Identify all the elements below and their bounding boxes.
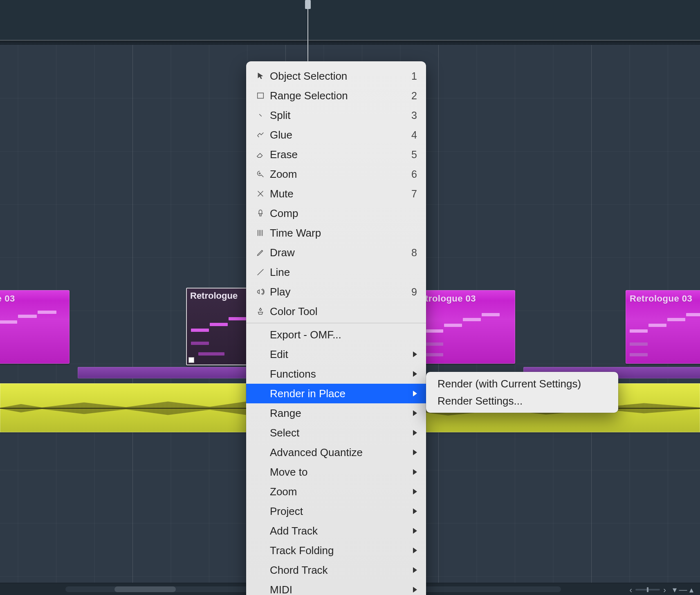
menu-track-folding[interactable]: Track Folding [246,541,426,560]
clip-title: Retrologue [190,291,238,301]
tool-range-selection[interactable]: Range Selection2 [246,86,426,105]
render-in-place-submenu[interactable]: Render (with Current Settings)Render Set… [426,372,618,413]
menu-item-label: Color Tool [267,305,417,318]
zoom-controls[interactable]: ‹ › ▾ — ▴ [630,585,693,595]
submenu-arrow-icon [413,450,417,455]
menu-item-label: Erase [267,148,411,161]
automation-clip[interactable] [78,367,270,378]
menu-item-label: Edit [267,348,413,361]
tool-draw[interactable]: Draw8 [246,243,426,262]
draw-icon [254,248,267,257]
menu-item-shortcut: 3 [411,110,417,121]
cursor-icon [254,72,267,81]
submenu-arrow-icon [413,391,417,396]
submenu-arrow-icon [413,548,417,553]
tool-comp[interactable]: Comp [246,204,426,223]
menu-item-label: Glue [267,129,411,141]
submenu-render-settings-[interactable]: Render Settings... [426,392,618,409]
menu-item-label: Track Folding [267,544,413,557]
mute-icon [254,189,267,198]
menu-render-in-place[interactable]: Render in Place [246,384,426,403]
submenu-arrow-icon [413,410,417,416]
tool-erase[interactable]: Erase5 [246,145,426,164]
menu-item-label: Zoom [267,168,411,181]
menu-item-shortcut: 8 [411,247,417,259]
menu-item-shortcut: 4 [411,129,417,141]
menu-item-shortcut: 7 [411,188,417,200]
submenu-arrow-icon [413,469,417,475]
menu-midi[interactable]: MIDI [246,580,426,595]
menu-chord-track[interactable]: Chord Track [246,560,426,580]
clip-title: ogue 03 [0,293,15,304]
timewarp-icon [254,228,267,237]
line-icon [254,268,267,277]
menu-item-shortcut: 5 [411,149,417,161]
menu-item-label: Project [267,505,413,518]
menu-range[interactable]: Range [246,403,426,423]
submenu-arrow-icon [413,371,417,377]
menu-add-track[interactable]: Add Track [246,521,426,541]
menu-advanced-quantize[interactable]: Advanced Quantize [246,443,426,462]
menu-item-label: Render in Place [267,387,413,400]
color-icon [254,307,267,316]
midi-clip[interactable]: trologue 03 [421,290,515,364]
tool-play[interactable]: Play9 [246,282,426,302]
submenu-arrow-icon [413,528,417,534]
playhead-flag[interactable] [305,0,311,9]
tool-zoom[interactable]: Zoom6 [246,164,426,184]
menu-item-label: Play [267,286,411,298]
menu-item-label: Functions [267,368,413,380]
midi-clip[interactable]: ogue 03 [0,290,70,364]
submenu-arrow-icon [413,430,417,436]
submenu-arrow-icon [413,567,417,573]
zoom-v-icon[interactable]: ▾ — ▴ [673,585,693,595]
menu-project[interactable]: Project [246,501,426,521]
menu-item-label: Move to [267,466,413,479]
menu-item-label: Split [267,109,411,122]
menu-item-label: Object Selection [267,70,411,83]
menu-item-label: Zoom [267,485,413,498]
menu-item-label: Draw [267,246,411,259]
submenu-arrow-icon [413,351,417,357]
tool-mute[interactable]: Mute7 [246,184,426,204]
split-icon [254,111,267,120]
timeline-ruler[interactable] [0,0,700,45]
zoom-h-icon[interactable]: ‹ › [630,585,666,595]
menu-item-shortcut: 6 [411,168,417,180]
menu-functions[interactable]: Functions [246,364,426,384]
resize-handle[interactable] [188,357,194,363]
tool-line[interactable]: Line [246,262,426,282]
tool-time-warp[interactable]: Time Warp [246,223,426,243]
menu-export-omf-[interactable]: Export - OMF... [246,325,426,344]
tool-split[interactable]: Split3 [246,105,426,125]
midi-clip[interactable]: Retrologue 03 [626,290,700,364]
menu-item-label: Time Warp [267,227,417,239]
menu-item-shortcut: 9 [411,286,417,298]
scrollbar-thumb[interactable] [114,586,176,592]
tool-glue[interactable]: Glue4 [246,125,426,145]
menu-item-label: Range Selection [267,89,411,102]
clip-title: trologue 03 [425,293,476,304]
menu-item-label: Line [267,266,417,279]
tool-object-selection[interactable]: Object Selection1 [246,66,426,86]
menu-zoom[interactable]: Zoom [246,482,426,501]
menu-item-label: Range [267,407,413,420]
menu-item-label: Export - OMF... [267,329,417,341]
menu-edit[interactable]: Edit [246,344,426,364]
play-icon [254,287,267,296]
tool-color-tool[interactable]: Color Tool [246,302,426,321]
menu-item-shortcut: 1 [411,70,417,82]
submenu-render-with-current-settings-[interactable]: Render (with Current Settings) [426,375,618,392]
menu-item-label: Chord Track [267,564,413,577]
zoom-icon [254,170,267,179]
submenu-item-label: Render Settings... [438,395,523,407]
submenu-item-label: Render (with Current Settings) [438,378,581,390]
menu-move-to[interactable]: Move to [246,462,426,482]
menu-select[interactable]: Select [246,423,426,443]
menu-item-label: MIDI [267,584,413,595]
submenu-arrow-icon [413,508,417,514]
menu-item-shortcut: 2 [411,90,417,102]
context-menu[interactable]: Object Selection1Range Selection2Split3G… [246,61,426,595]
submenu-arrow-icon [413,489,417,494]
ruler-baseline [0,40,700,40]
